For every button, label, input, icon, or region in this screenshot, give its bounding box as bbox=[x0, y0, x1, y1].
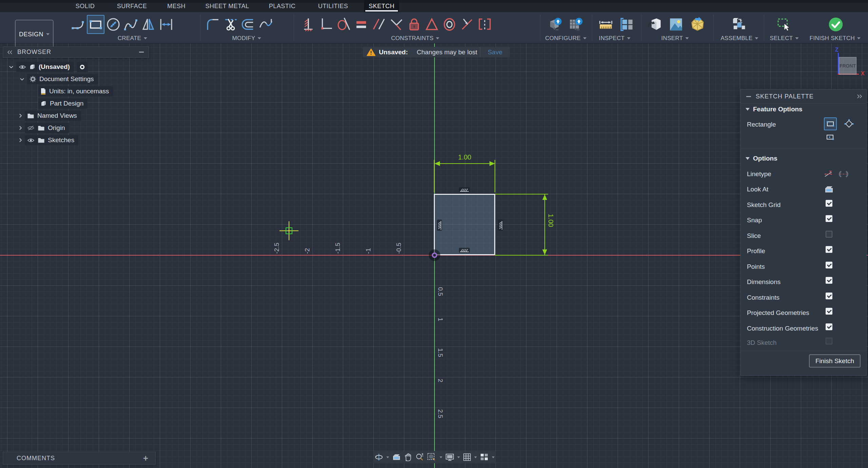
design-workspace-button[interactable]: DESIGN bbox=[15, 20, 54, 49]
constraints-checkbox[interactable] bbox=[826, 293, 832, 299]
viewports-dropdown-caret[interactable] bbox=[492, 456, 495, 458]
spline-tool-button[interactable] bbox=[122, 15, 140, 34]
collinear-constraint-button[interactable] bbox=[458, 15, 476, 34]
feature-options-section-header[interactable]: Feature Options bbox=[746, 106, 803, 113]
chevron-right-icon[interactable] bbox=[19, 138, 22, 143]
add-comment-button[interactable]: + bbox=[143, 453, 149, 464]
equal-constraint-button[interactable] bbox=[352, 15, 370, 34]
browser-row-unsaved[interactable]: (Unsaved) bbox=[9, 62, 88, 72]
section-analysis-tool-button[interactable] bbox=[618, 15, 635, 34]
display-settings-icon[interactable] bbox=[445, 453, 454, 461]
width-dimension-value[interactable]: 1.00 bbox=[455, 153, 475, 161]
collapse-panel-icon[interactable] bbox=[7, 50, 13, 55]
tab-sheet-metal[interactable]: SHEET METAL bbox=[201, 0, 254, 12]
browser-row-origin[interactable]: Origin bbox=[19, 123, 69, 133]
options-section-header[interactable]: Options bbox=[746, 155, 777, 162]
measure-tool-button[interactable] bbox=[597, 15, 615, 34]
projected-geometries-checkbox[interactable] bbox=[826, 308, 832, 315]
minimize-palette-icon[interactable] bbox=[746, 96, 751, 97]
canvas-tool-button[interactable] bbox=[667, 15, 685, 34]
midpoint-constraint-button[interactable] bbox=[423, 15, 441, 34]
trim-tool-button[interactable] bbox=[222, 15, 239, 34]
sketch-grid-checkbox[interactable] bbox=[826, 200, 832, 207]
pan-hand-icon[interactable] bbox=[404, 453, 412, 462]
sketch-rectangle[interactable] bbox=[434, 194, 495, 255]
select-group-label[interactable]: SELECT bbox=[770, 35, 799, 42]
horizontal-vertical-constraint-button[interactable] bbox=[300, 15, 317, 34]
parallel-constraint-button[interactable] bbox=[370, 15, 388, 34]
mirror-tool-button[interactable] bbox=[140, 15, 157, 34]
horizontal-constraint-icon[interactable] bbox=[459, 187, 470, 192]
slice-checkbox[interactable] bbox=[826, 231, 832, 238]
snap-checkbox[interactable] bbox=[826, 215, 832, 222]
browser-row-sketches[interactable]: Sketches bbox=[19, 135, 78, 145]
chevron-right-icon[interactable] bbox=[19, 126, 22, 130]
origin-point[interactable] bbox=[432, 252, 437, 258]
display-settings-dropdown-caret[interactable] bbox=[457, 456, 460, 458]
height-dimension-value[interactable]: 1.00 bbox=[547, 214, 555, 227]
zoom-window-dropdown-caret[interactable] bbox=[440, 456, 442, 458]
finish-sketch-panel-button[interactable]: Finish Sketch bbox=[809, 354, 861, 368]
centerline-icon[interactable] bbox=[837, 168, 850, 181]
zoom-icon[interactable] bbox=[415, 453, 424, 462]
points-checkbox[interactable] bbox=[826, 262, 832, 268]
rectangle-center-icon[interactable] bbox=[824, 131, 837, 144]
horizontal-constraint-icon[interactable] bbox=[459, 248, 470, 253]
configuration-tool-button[interactable] bbox=[547, 15, 564, 34]
tab-surface[interactable]: SURFACE bbox=[112, 0, 152, 12]
look-at-icon[interactable] bbox=[823, 183, 835, 196]
create-group-label[interactable]: CREATE bbox=[118, 35, 147, 42]
grid-settings-dropdown-caret[interactable] bbox=[474, 456, 477, 458]
tab-plastic[interactable]: PLASTIC bbox=[264, 0, 301, 12]
symmetry-constraint-button[interactable] bbox=[476, 15, 494, 34]
vertical-constraint-icon[interactable] bbox=[498, 220, 503, 231]
offset-tool-button[interactable] bbox=[239, 15, 257, 34]
rectangle-tool-button[interactable] bbox=[87, 15, 104, 34]
assemble-group-label[interactable]: ASSEMBLE bbox=[720, 35, 758, 42]
browser-row-part-design[interactable]: Part Design bbox=[38, 98, 88, 109]
dimensions-checkbox[interactable] bbox=[826, 277, 832, 284]
browser-panel-header[interactable]: BROWSER bbox=[3, 46, 149, 58]
chevron-down-icon[interactable] bbox=[9, 65, 14, 69]
viewcube-front-face[interactable]: FRONT bbox=[839, 57, 856, 75]
line-tool-button[interactable] bbox=[69, 15, 87, 34]
vertical-constraint-icon[interactable] bbox=[437, 220, 442, 231]
browser-row-units[interactable]: Units: in, ouncemass bbox=[38, 86, 113, 96]
construction-line-icon[interactable] bbox=[822, 168, 835, 181]
constraints-group-label[interactable]: CONSTRAINTS bbox=[391, 35, 439, 42]
coincident-constraint-button[interactable] bbox=[317, 15, 335, 34]
sketch-dimension-tool-button[interactable] bbox=[157, 15, 175, 34]
save-link[interactable]: Save bbox=[488, 49, 502, 56]
new-component-tool-button[interactable] bbox=[730, 15, 747, 34]
concentric-constraint-button[interactable] bbox=[441, 15, 458, 34]
chevron-down-icon[interactable] bbox=[20, 78, 24, 81]
perpendicular-constraint-button[interactable] bbox=[388, 15, 405, 34]
orbit-dropdown-caret[interactable] bbox=[386, 456, 389, 458]
browser-row-named-views[interactable]: Named Views bbox=[19, 111, 81, 121]
tab-solid[interactable]: SOLID bbox=[71, 0, 100, 12]
comments-bar[interactable]: COMMENTS + bbox=[3, 452, 156, 465]
tangent-constraint-button[interactable] bbox=[335, 15, 352, 34]
finish-sketch-button[interactable] bbox=[827, 15, 845, 34]
orbit-icon[interactable] bbox=[374, 453, 383, 462]
minimize-browser-icon[interactable] bbox=[139, 52, 144, 53]
inspect-group-label[interactable]: INSPECT bbox=[599, 35, 631, 42]
fillet-tool-button[interactable] bbox=[204, 15, 222, 34]
configuration-table-tool-button[interactable] bbox=[567, 15, 585, 34]
tab-utilities[interactable]: UTILITIES bbox=[313, 0, 353, 12]
rectangle-2-point-icon[interactable] bbox=[824, 117, 837, 130]
finish-sketch-group-label[interactable]: FINISH SKETCH bbox=[810, 35, 861, 42]
zoom-window-icon[interactable] bbox=[427, 453, 437, 462]
extend-tool-button[interactable] bbox=[257, 15, 275, 34]
sketch-canvas[interactable]: -2.5 -2 -1.5 -1 -0.5 0.5 1 1.5 2 2.5 1.0… bbox=[0, 43, 868, 468]
record-indicator[interactable] bbox=[77, 62, 88, 72]
tab-mesh[interactable]: MESH bbox=[162, 0, 190, 12]
fix-unfix-constraint-button[interactable] bbox=[405, 15, 423, 34]
eye-icon[interactable] bbox=[27, 138, 35, 143]
decal-tool-button[interactable] bbox=[646, 15, 663, 34]
viewports-icon[interactable] bbox=[480, 453, 489, 461]
chevron-right-icon[interactable] bbox=[19, 113, 22, 118]
browser-row-document-settings[interactable]: Document Settings bbox=[20, 74, 98, 84]
configure-group-label[interactable]: CONFIGURE bbox=[545, 35, 586, 42]
construction-geometries-checkbox[interactable] bbox=[826, 323, 832, 330]
